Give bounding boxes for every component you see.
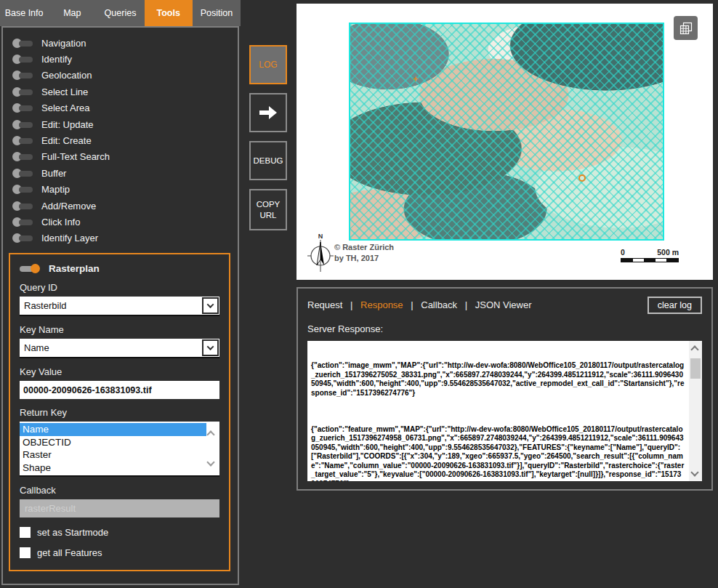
key-value-label: Key Value bbox=[20, 366, 219, 377]
sidebar-item-buffer[interactable]: Buffer bbox=[3, 165, 238, 181]
listbox-option-shape[interactable]: Shape bbox=[20, 462, 206, 475]
tool-label: Geolocation bbox=[41, 70, 92, 81]
scroll-down-icon[interactable] bbox=[690, 468, 698, 476]
scroll-down-icon[interactable] bbox=[206, 458, 214, 466]
key-name-select[interactable]: Name bbox=[20, 339, 219, 358]
response-scrollbar[interactable] bbox=[689, 341, 702, 481]
toggle-off-icon bbox=[12, 87, 36, 97]
query-id-select[interactable]: Rasterbild bbox=[20, 297, 219, 316]
server-response-output[interactable]: {"action":"image_mwm","MAP":{"url":"http… bbox=[307, 341, 702, 481]
toggle-on-icon[interactable] bbox=[20, 264, 44, 273]
scale-min-label: 0 bbox=[621, 248, 625, 257]
toggle-off-icon bbox=[12, 136, 36, 145]
dropdown-button[interactable] bbox=[202, 339, 219, 356]
tab-map[interactable]: Map bbox=[48, 0, 96, 26]
run-button[interactable] bbox=[249, 93, 287, 132]
tool-label: Maptip bbox=[41, 184, 70, 195]
log-tab-response[interactable]: Response bbox=[360, 299, 403, 310]
return-key-listbox[interactable]: Name OBJECTID Raster Shape bbox=[20, 422, 219, 477]
toggle-off-icon bbox=[12, 55, 36, 64]
all-features-checkbox-row[interactable]: get all Features bbox=[20, 547, 219, 558]
sidebar-item-select-area[interactable]: Select Area bbox=[3, 100, 238, 116]
listbox-option-name[interactable]: Name bbox=[20, 423, 206, 436]
key-name-value: Name bbox=[24, 342, 49, 353]
listbox-scrollbar[interactable] bbox=[206, 422, 217, 475]
sidebar-item-click-info[interactable]: Click Info bbox=[3, 214, 238, 230]
query-id-label: Query ID bbox=[20, 282, 219, 293]
tab-position[interactable]: Position bbox=[193, 0, 241, 26]
tab-separator: | bbox=[350, 299, 352, 310]
sidebar-item-maptip[interactable]: Maptip bbox=[3, 182, 238, 198]
return-key-label: Return Key bbox=[20, 407, 219, 418]
listbox-option-raster[interactable]: Raster bbox=[20, 448, 206, 462]
tab-separator: | bbox=[411, 299, 413, 310]
log-tab-request[interactable]: Request bbox=[307, 299, 342, 310]
toggle-off-icon bbox=[12, 169, 36, 178]
dropdown-button[interactable] bbox=[202, 297, 219, 314]
checkbox-unchecked-icon[interactable] bbox=[20, 527, 31, 538]
tool-label: Navigation bbox=[41, 38, 86, 49]
tool-label: Full-Text Search bbox=[41, 151, 110, 162]
sidebar-item-edit-create[interactable]: Edit: Create bbox=[3, 132, 238, 148]
sidebar-item-measure-distance[interactable]: Measure Distance bbox=[3, 584, 238, 585]
tool-label: Identify Layer bbox=[41, 233, 98, 243]
toggle-off-icon bbox=[12, 217, 36, 227]
log-tab-callback[interactable]: Callback bbox=[421, 299, 457, 310]
checkbox-unchecked-icon[interactable] bbox=[20, 547, 31, 558]
copy-url-button[interactable]: COPY URL bbox=[249, 189, 287, 230]
toggle-off-icon bbox=[12, 185, 36, 194]
scroll-up-icon[interactable] bbox=[690, 345, 698, 353]
log-panel: Request | Response | Callback | JSON Vie… bbox=[297, 287, 713, 491]
sidebar-item-identify[interactable]: Identify bbox=[3, 51, 238, 67]
sidebar-item-full-text-search[interactable]: Full-Text Search bbox=[3, 149, 238, 165]
tool-label: Add/Remove bbox=[41, 201, 96, 212]
scroll-up-icon[interactable] bbox=[206, 430, 214, 438]
toggle-off-icon bbox=[12, 201, 36, 211]
sidebar-item-select-line[interactable]: Select Line bbox=[3, 84, 238, 100]
sidebar-item-navigation[interactable]: Navigation bbox=[3, 35, 238, 51]
toggle-off-icon bbox=[12, 103, 36, 113]
tools-panel: Navigation Identify Geolocation Select L… bbox=[1, 26, 239, 585]
key-value-input[interactable] bbox=[20, 381, 219, 399]
tool-label: Edit: Create bbox=[41, 135, 92, 146]
toggle-off-icon bbox=[12, 233, 36, 243]
listbox-option-objectid[interactable]: OBJECTID bbox=[20, 436, 206, 449]
tool-label: Select Area bbox=[41, 102, 90, 113]
log-tab-json-viewer[interactable]: JSON Viewer bbox=[475, 299, 532, 310]
toggle-off-icon bbox=[12, 120, 36, 129]
arrow-right-icon bbox=[258, 105, 278, 120]
log-tabbar: Request | Response | Callback | JSON Vie… bbox=[307, 297, 532, 310]
callback-input: rasterResult bbox=[20, 499, 219, 517]
sidebar-item-edit-update[interactable]: Edit: Update bbox=[3, 116, 238, 132]
map-marker-circle-icon bbox=[578, 174, 586, 182]
grid-tool-button[interactable] bbox=[674, 16, 698, 40]
server-response-label: Server Response: bbox=[307, 323, 702, 334]
rasterplan-panel: Rasterplan Query ID Rasterbild Key Name … bbox=[9, 253, 230, 571]
scale-bar: 0 500 m bbox=[621, 248, 679, 262]
map-copyright: © Raster Zürich by TH, 2017 bbox=[334, 242, 394, 264]
toggle-off-icon bbox=[12, 152, 36, 161]
map-image[interactable]: + bbox=[349, 23, 664, 241]
startmode-checkbox-row[interactable]: set as Startmode bbox=[20, 527, 219, 538]
callback-label: Callback bbox=[20, 485, 219, 496]
response-block: {"action":"image_mwm","MAP":{"url":"http… bbox=[311, 361, 685, 398]
tool-label: Identify bbox=[41, 54, 72, 65]
tab-queries[interactable]: Queries bbox=[96, 0, 144, 26]
sidebar-item-identify-layer[interactable]: Identify Layer bbox=[3, 230, 238, 246]
scrollbar-thumb[interactable] bbox=[690, 358, 701, 379]
tab-base-info[interactable]: Base Info bbox=[0, 0, 48, 26]
tool-label: Buffer bbox=[41, 168, 66, 179]
north-label: N bbox=[318, 233, 323, 240]
rasterplan-title: Rasterplan bbox=[49, 263, 100, 274]
log-button[interactable]: LOG bbox=[249, 45, 287, 84]
startmode-label: set as Startmode bbox=[37, 527, 108, 538]
debug-button[interactable]: DEBUG bbox=[249, 141, 287, 180]
clear-log-button[interactable]: clear log bbox=[648, 297, 702, 314]
sidebar-item-add-remove[interactable]: Add/Remove bbox=[3, 198, 238, 214]
all-features-label: get all Features bbox=[37, 547, 102, 558]
chevron-down-icon bbox=[207, 343, 214, 350]
tab-tools[interactable]: Tools bbox=[145, 0, 193, 26]
map-marker-cross-icon: + bbox=[413, 76, 419, 83]
tool-label: Click Info bbox=[41, 217, 80, 227]
sidebar-item-geolocation[interactable]: Geolocation bbox=[3, 68, 238, 84]
